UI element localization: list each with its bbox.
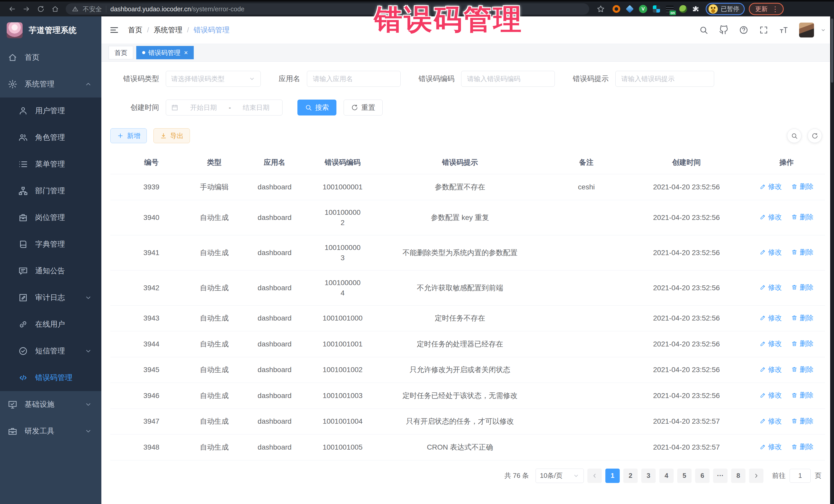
edit-link[interactable]: 修改	[760, 212, 782, 222]
page-size-select[interactable]: 10条/页	[535, 468, 584, 483]
page-button[interactable]: ···	[713, 468, 727, 483]
page-scrollbar[interactable]	[830, 17, 834, 504]
error-code-field[interactable]	[461, 71, 555, 87]
delete-link[interactable]: 删除	[791, 365, 813, 375]
extension-icon-gem[interactable]	[625, 4, 634, 14]
delete-icon	[791, 392, 797, 398]
edit-link[interactable]: 修改	[760, 181, 782, 192]
github-icon[interactable]	[719, 25, 728, 35]
delete-icon	[791, 341, 797, 347]
delete-link[interactable]: 删除	[791, 442, 813, 452]
extension-icon-spy[interactable]	[679, 4, 688, 14]
edit-link[interactable]: 修改	[760, 247, 782, 257]
error-msg-input[interactable]	[621, 75, 708, 83]
forward-icon[interactable]	[20, 3, 33, 15]
reload-icon[interactable]	[35, 3, 47, 15]
export-button[interactable]: 导出	[153, 128, 190, 143]
delete-link[interactable]: 删除	[791, 313, 813, 323]
sidebar-item[interactable]: 菜单管理	[0, 151, 101, 178]
extension-icon-switch[interactable]: on	[665, 4, 674, 14]
tab-close-icon[interactable]: ×	[184, 49, 188, 56]
sidebar-item[interactable]: 研发工具	[0, 418, 101, 444]
page-button[interactable]: 2	[623, 468, 638, 483]
sidebar-item[interactable]: 用户管理	[0, 97, 101, 124]
tab-home[interactable]: 首页	[109, 46, 133, 59]
delete-link[interactable]: 删除	[791, 247, 813, 257]
sidebar-item[interactable]: 首页	[0, 44, 101, 71]
page-button[interactable]: 4	[659, 468, 674, 483]
page-button[interactable]: 6	[695, 468, 709, 483]
avatar-caret-icon[interactable]	[820, 27, 826, 33]
browser-menu-icon[interactable]: ⋮	[772, 5, 779, 13]
goto-page-input[interactable]	[790, 469, 811, 483]
error-type-select[interactable]: 请选择错误码类型	[166, 71, 261, 87]
sidebar-item-label: 基础设施	[25, 399, 54, 410]
sidebar-item[interactable]: 短信管理	[0, 338, 101, 365]
next-page-button[interactable]	[749, 468, 764, 483]
page-button[interactable]: 3	[641, 468, 656, 483]
scrollbar-thumb[interactable]	[831, 19, 833, 83]
page-button[interactable]: 8	[731, 468, 745, 483]
sidebar-item[interactable]: 审计日志	[0, 284, 101, 311]
add-button[interactable]: 新增	[110, 128, 147, 143]
delete-link[interactable]: 删除	[791, 416, 813, 426]
breadcrumb-item[interactable]: 首页 /	[128, 25, 154, 35]
sidebar-item[interactable]: 岗位管理	[0, 204, 101, 231]
user-avatar[interactable]	[799, 23, 814, 38]
edit-link[interactable]: 修改	[760, 442, 782, 452]
search-icon[interactable]	[699, 25, 708, 35]
app-name-input[interactable]	[313, 75, 395, 83]
sidebar-item[interactable]: 系统管理	[0, 71, 101, 97]
extension-icon-mosaic[interactable]	[652, 4, 661, 14]
back-icon[interactable]	[6, 3, 19, 15]
extensions-puzzle-icon[interactable]	[692, 5, 700, 13]
extension-icon-orange[interactable]	[612, 4, 621, 14]
app-logo-row[interactable]: 芋道管理系统	[0, 17, 101, 44]
sidebar-item[interactable]: 通知公告	[0, 258, 101, 284]
start-date-placeholder: 开始日期	[182, 103, 224, 112]
delete-link[interactable]: 删除	[791, 390, 813, 400]
edit-link[interactable]: 修改	[760, 338, 782, 349]
sidebar-item[interactable]: 基础设施	[0, 391, 101, 418]
error-msg-field[interactable]	[615, 71, 714, 87]
profile-chip[interactable]: 已暂停	[706, 3, 745, 15]
delete-link[interactable]: 删除	[791, 212, 813, 222]
delete-link[interactable]: 删除	[791, 181, 813, 192]
sidebar-item[interactable]: 角色管理	[0, 124, 101, 151]
home-icon[interactable]	[49, 3, 62, 15]
edit-link[interactable]: 修改	[760, 313, 782, 323]
fullscreen-icon[interactable]	[759, 25, 768, 35]
error-code-input[interactable]	[467, 75, 549, 83]
sidebar-item[interactable]: 错误码管理	[0, 365, 101, 391]
breadcrumb-separator: /	[187, 26, 189, 34]
font-size-icon[interactable]	[779, 25, 788, 35]
breadcrumb-item[interactable]: 错误码管理 /	[194, 25, 230, 35]
toggle-search-button[interactable]	[787, 129, 802, 143]
date-range-picker[interactable]: 开始日期 - 结束日期	[166, 100, 283, 115]
update-button[interactable]: 更新 ⋮	[749, 3, 784, 15]
delete-link[interactable]: 删除	[791, 282, 813, 292]
app-name-field[interactable]	[307, 71, 400, 87]
breadcrumb-item[interactable]: 系统管理 /	[154, 25, 194, 35]
collapse-sidebar-icon[interactable]	[109, 25, 119, 35]
page-button[interactable]: 1	[605, 468, 620, 483]
extension-icon-v[interactable]: V	[638, 4, 648, 14]
page-button[interactable]: 5	[677, 468, 692, 483]
sidebar-item[interactable]: 部门管理	[0, 178, 101, 204]
cell-time: 2021-04-20 23:52:56	[625, 200, 748, 235]
edit-link[interactable]: 修改	[760, 282, 782, 292]
sidebar-item[interactable]: 字典管理	[0, 231, 101, 258]
search-button[interactable]: 搜索	[298, 100, 336, 115]
prev-page-button[interactable]	[587, 468, 602, 483]
help-icon[interactable]	[739, 25, 748, 35]
reset-button[interactable]: 重置	[344, 100, 382, 115]
refresh-table-button[interactable]	[808, 129, 822, 143]
edit-link[interactable]: 修改	[760, 416, 782, 426]
tab-error-code[interactable]: 错误码管理 ×	[136, 46, 194, 59]
sidebar-item[interactable]: 在线用户	[0, 311, 101, 338]
edit-link[interactable]: 修改	[760, 365, 782, 375]
cell-msg: 只允许修改为开启或者关闭状态	[372, 357, 548, 383]
bookmark-star-icon[interactable]	[596, 5, 605, 13]
edit-link[interactable]: 修改	[760, 390, 782, 400]
delete-link[interactable]: 删除	[791, 338, 813, 349]
